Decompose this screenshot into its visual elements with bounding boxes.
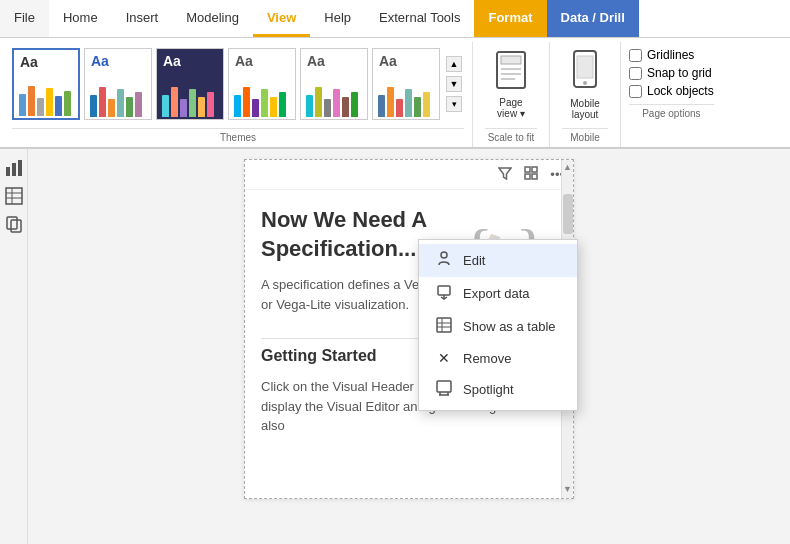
bar [108, 99, 115, 117]
tab-external-tools[interactable]: External Tools [365, 0, 474, 37]
tab-data-drill[interactable]: Data / Drill [547, 0, 639, 37]
svg-rect-1 [501, 56, 521, 64]
page-view-button[interactable]: Page view ▾ [485, 42, 537, 126]
svg-rect-32 [437, 318, 451, 332]
scroll-thumb[interactable] [563, 194, 573, 234]
svg-marker-17 [499, 168, 511, 179]
page-options-label: Page options [629, 104, 714, 123]
lock-objects-label: Lock objects [647, 84, 714, 98]
bar [198, 97, 205, 117]
bar [252, 99, 259, 117]
focus-mode-icon[interactable] [521, 164, 541, 185]
theme-6-bars [378, 81, 434, 117]
table-icon[interactable] [3, 185, 25, 207]
menu-item-edit[interactable]: Edit [419, 244, 577, 277]
svg-rect-11 [6, 188, 22, 204]
theme-1[interactable]: Aa [12, 48, 80, 120]
svg-rect-8 [6, 167, 10, 176]
bar [37, 98, 44, 116]
theme-3[interactable]: Aa [156, 48, 224, 120]
tab-help[interactable]: Help [310, 0, 365, 37]
tab-modeling[interactable]: Modeling [172, 0, 253, 37]
main-area: ••• Now We Need A Specification... A spe… [0, 149, 790, 544]
theme-5[interactable]: Aa [300, 48, 368, 120]
theme-2[interactable]: Aa [84, 48, 152, 120]
svg-rect-4 [501, 78, 515, 80]
pages-icon[interactable] [3, 213, 25, 235]
menu-item-remove[interactable]: ✕ Remove [419, 343, 577, 373]
visual-toolbar: ••• [245, 160, 573, 190]
svg-rect-19 [532, 167, 537, 172]
left-toolbar [0, 149, 28, 544]
bar [279, 92, 286, 117]
theme-5-bars [306, 81, 362, 117]
lock-objects-checkbox[interactable] [629, 85, 642, 98]
menu-show-table-label: Show as a table [463, 319, 556, 334]
tab-insert[interactable]: Insert [112, 0, 173, 37]
themes-items: Aa Aa [12, 42, 464, 126]
tab-format[interactable]: Format [474, 0, 546, 37]
bar [180, 99, 187, 117]
menu-item-spotlight[interactable]: Spotlight [419, 373, 577, 406]
svg-rect-9 [12, 163, 16, 176]
bar [99, 87, 106, 117]
theme-1-label: Aa [20, 54, 38, 70]
canvas-area: ••• Now We Need A Specification... A spe… [28, 149, 790, 544]
remove-icon: ✕ [435, 350, 453, 366]
theme-scroll-down[interactable]: ▼ [446, 76, 462, 92]
bar-chart-icon[interactable] [3, 157, 25, 179]
bar [135, 92, 142, 117]
bar [207, 92, 214, 117]
bar [270, 97, 277, 117]
snap-to-grid-option[interactable]: Snap to grid [629, 66, 714, 80]
theme-5-label: Aa [307, 53, 325, 69]
theme-scroll-up[interactable]: ▲ [446, 56, 462, 72]
page-view-label: Page view ▾ [497, 97, 525, 119]
bar [28, 86, 35, 116]
mobile-layout-button[interactable]: Mobile layout [562, 42, 608, 126]
theme-4[interactable]: Aa [228, 48, 296, 120]
tab-home[interactable]: Home [49, 0, 112, 37]
tab-bar: File Home Insert Modeling View Help Exte… [0, 0, 790, 38]
bar [189, 89, 196, 117]
snap-to-grid-checkbox[interactable] [629, 67, 642, 80]
menu-remove-label: Remove [463, 351, 511, 366]
scroll-down-arrow[interactable]: ▼ [561, 482, 574, 496]
bar [342, 97, 349, 117]
tab-view[interactable]: View [253, 0, 310, 37]
bar [234, 95, 241, 117]
bar [90, 95, 97, 117]
visual-title: Now We Need A Specification... [261, 206, 441, 263]
mobile-group: Mobile layout Mobile [550, 42, 621, 147]
menu-item-show-as-table[interactable]: Show as a table [419, 310, 577, 343]
bar [414, 97, 421, 117]
tab-file[interactable]: File [0, 0, 49, 37]
menu-spotlight-label: Spotlight [463, 382, 514, 397]
bar [324, 99, 331, 117]
scroll-up-arrow[interactable]: ▲ [561, 160, 574, 174]
filter-icon[interactable] [495, 164, 515, 185]
bar [117, 89, 124, 117]
theme-6[interactable]: Aa [372, 48, 440, 120]
scale-to-fit-label: Scale to fit [485, 128, 537, 147]
bar [162, 95, 169, 117]
theme-3-bars [162, 81, 218, 117]
gridlines-option[interactable]: Gridlines [629, 48, 714, 62]
lock-objects-option[interactable]: Lock objects [629, 84, 714, 98]
themes-group: Aa Aa [4, 42, 473, 147]
bar [387, 87, 394, 117]
gridlines-checkbox[interactable] [629, 49, 642, 62]
bar [351, 92, 358, 117]
theme-2-label: Aa [91, 53, 109, 69]
bar [378, 95, 385, 117]
bar [55, 96, 62, 116]
svg-rect-20 [525, 174, 530, 179]
ribbon-content: Aa Aa [0, 38, 790, 148]
svg-rect-18 [525, 167, 530, 172]
theme-3-label: Aa [163, 53, 181, 69]
menu-item-export-data[interactable]: Export data [419, 277, 577, 310]
theme-more[interactable]: ▾ [446, 96, 462, 112]
visual-body: A specification defines a Vega or Vega-L… [261, 275, 441, 314]
theme-dropdown[interactable]: ▲ ▼ ▾ [444, 56, 464, 112]
svg-rect-6 [577, 56, 593, 78]
